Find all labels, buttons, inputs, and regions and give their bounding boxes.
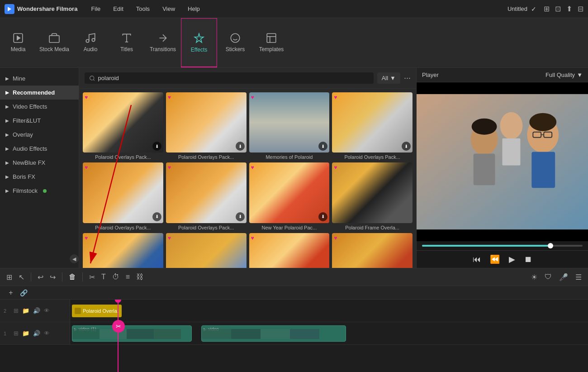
effect-item-12[interactable]: ♥Polaroid Frame Overla... — [332, 233, 413, 268]
sidebar-item-mine[interactable]: ▶ Mine — [0, 72, 79, 86]
menu-button[interactable]: ☰ — [574, 271, 583, 283]
sidebar-item-boris-fx[interactable]: ▶ Boris FX — [0, 170, 79, 184]
sidebar-item-filter-lut[interactable]: ▶ Filter&LUT — [0, 114, 79, 128]
chevron-icon: ▶ — [5, 76, 9, 81]
heart-icon[interactable]: ♥ — [251, 164, 328, 171]
more-options-button[interactable]: ··· — [404, 73, 411, 83]
cut-button[interactable]: ✂ — [87, 271, 97, 283]
track-header-1: 1 ⊞ 📁 🔊 👁 — [0, 322, 70, 344]
layout-icon[interactable]: ⊞ — [544, 5, 550, 13]
search-input[interactable] — [98, 75, 369, 81]
undo-button[interactable]: ↩ — [36, 271, 45, 283]
sidebar-item-filmstock[interactable]: ▶ Filmstock — [0, 184, 79, 198]
toolbar-templates[interactable]: Templates — [253, 18, 289, 67]
add-track-button[interactable]: + — [5, 286, 17, 299]
quality-selector[interactable]: Full Quality ▼ — [545, 72, 583, 78]
track-eye-icon[interactable]: 👁 — [43, 306, 51, 315]
effect-thumb-1: ⬇♥ — [83, 92, 163, 153]
sidebar-item-audio-effects[interactable]: ▶ Audio Effects — [0, 142, 79, 156]
track-folder-icon[interactable]: 📁 — [21, 306, 30, 315]
overlay-clip[interactable]: Polaroid Overla... — [72, 305, 122, 317]
menu-file[interactable]: File — [88, 5, 103, 13]
heart-icon[interactable]: ♥ — [334, 235, 411, 241]
upload-icon[interactable]: ⬆ — [566, 5, 572, 13]
effect-item-10[interactable]: ⬇♥Polaroid Overlays Pack... — [166, 233, 247, 268]
pointer-tool[interactable]: ↖ — [17, 271, 26, 283]
heart-icon[interactable]: ♥ — [251, 94, 328, 100]
heart-icon[interactable]: ♥ — [85, 235, 161, 241]
filter-button[interactable]: All ▼ — [377, 72, 400, 84]
track-audio-icon[interactable]: 🔊 — [32, 306, 41, 315]
menu-tools[interactable]: Tools — [133, 5, 152, 13]
sidebar-item-recommended[interactable]: ▶ Recommended — [0, 86, 79, 100]
video-clip-1[interactable]: ▶ video (1) — [72, 325, 192, 342]
menu-view[interactable]: View — [160, 5, 178, 13]
heart-icon[interactable]: ♥ — [168, 235, 245, 241]
top-navigation: Wondershare Filmora File Edit Tools View… — [0, 0, 588, 18]
redo-button[interactable]: ↪ — [48, 271, 57, 283]
split-view-button[interactable]: ⊞ — [5, 271, 14, 283]
effect-item-3[interactable]: ⬇♥Memories of Polaroid — [249, 92, 330, 160]
heart-icon[interactable]: ♥ — [168, 164, 245, 171]
text-button[interactable]: T — [100, 271, 108, 283]
heart-icon[interactable]: ♥ — [334, 94, 411, 100]
effect-item-6[interactable]: ⬇♥Polaroid Overlays Pack... — [166, 162, 247, 230]
template-icon[interactable]: ⊡ — [555, 5, 561, 13]
effect-thumb-7: ⬇♥ — [249, 162, 330, 223]
rewind-button[interactable]: ⏮ — [473, 255, 481, 264]
video-clip-2[interactable]: ▶ video — [201, 325, 346, 342]
effect-item-7[interactable]: ⬇♥New Year Polaroid Pac... — [249, 162, 330, 230]
heart-icon[interactable]: ♥ — [85, 164, 161, 171]
delete-button[interactable]: 🗑 — [67, 271, 78, 283]
track-header-2: 2 ⊞ 📁 🔊 👁 — [0, 300, 70, 322]
sidebar-item-newblue-fx[interactable]: ▶ NewBlue FX — [0, 156, 79, 170]
toolbar-transitions[interactable]: Transitions — [145, 18, 181, 67]
track-folder-icon[interactable]: 📁 — [21, 329, 30, 338]
link-tracks-button[interactable]: 🔗 — [17, 286, 30, 299]
heart-icon[interactable]: ♥ — [251, 235, 328, 241]
track-eye-icon[interactable]: 👁 — [43, 329, 51, 338]
menu-help[interactable]: Help — [185, 5, 203, 13]
toolbar-media[interactable]: Media — [0, 18, 36, 67]
sidebar-collapse-btn[interactable]: ◀ — [70, 254, 79, 263]
effect-item-2[interactable]: ⬇♥Polaroid Overlays Pack... — [166, 92, 247, 160]
stop-button[interactable]: ⏹ — [524, 255, 532, 264]
sidebar-item-recommended-label: Recommended — [13, 89, 55, 96]
menu-edit[interactable]: Edit — [110, 5, 126, 13]
sidebar: ▶ Mine ▶ Recommended ▶ Video Effects ▶ F… — [0, 68, 79, 268]
heart-icon[interactable]: ♥ — [85, 94, 161, 100]
sidebar-item-video-effects[interactable]: ▶ Video Effects — [0, 100, 79, 114]
effect-thumb-2: ⬇♥ — [166, 92, 247, 153]
track-num-2: 2 — [4, 308, 11, 314]
effect-item-1[interactable]: ⬇♥Polaroid Overlays Pack... — [83, 92, 163, 160]
progress-bar[interactable] — [422, 245, 583, 247]
effect-item-8[interactable]: ♥Polaroid Frame Overla... — [332, 162, 413, 230]
effect-item-9[interactable]: ⬇♥Polaroid Overlays Pack... — [83, 233, 163, 268]
heart-icon[interactable]: ♥ — [334, 164, 411, 171]
progress-thumb[interactable] — [548, 243, 553, 248]
play-button[interactable]: ▶ — [509, 254, 515, 264]
sidebar-item-overlay[interactable]: ▶ Overlay — [0, 128, 79, 142]
shield-button[interactable]: 🛡 — [543, 271, 554, 283]
step-back-button[interactable]: ⏪ — [490, 254, 500, 264]
mic-button[interactable]: 🎤 — [557, 271, 570, 283]
toolbar-effects[interactable]: Effects — [181, 18, 217, 67]
timer-button[interactable]: ⏱ — [110, 271, 121, 283]
toolbar-audio[interactable]: Audio — [72, 18, 109, 67]
track-layout-icon[interactable]: ⊞ — [13, 329, 19, 338]
project-title: Untitled — [507, 5, 527, 12]
track-layout-icon[interactable]: ⊞ — [13, 306, 19, 315]
effect-item-11[interactable]: ⬇♥New Year Polaroid Pac... — [249, 233, 330, 268]
brightness-button[interactable]: ☀ — [529, 271, 539, 283]
effect-item-5[interactable]: ⬇♥Polaroid Overlays Pack... — [83, 162, 163, 230]
effect-item-4[interactable]: ⬇♥Polaroid Overlays Pack... — [332, 92, 413, 160]
toolbar-titles[interactable]: Titles — [109, 18, 145, 67]
track-audio-icon[interactable]: 🔊 — [32, 329, 41, 338]
heart-icon[interactable]: ♥ — [168, 94, 245, 100]
grid-layout-icon[interactable]: ⊟ — [578, 5, 583, 13]
adjust-button[interactable]: ≡ — [124, 271, 132, 283]
toolbar-stickers[interactable]: Stickers — [217, 18, 253, 67]
toolbar-stock-media[interactable]: Stock Media — [36, 18, 72, 67]
link-button[interactable]: ⛓ — [134, 271, 145, 283]
overlay-clip-icon — [75, 308, 81, 314]
